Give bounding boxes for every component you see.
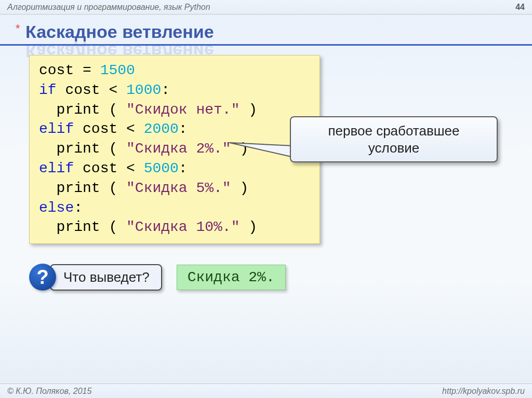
page-number: 44 [515, 3, 525, 12]
callout-line1: первое сработавшее [299, 122, 488, 140]
answer-box: Скидка 2%. [177, 265, 286, 290]
header-bar: Алгоритмизация и программирование, язык … [0, 0, 532, 15]
title-asterisk: * [16, 22, 20, 35]
question-mark-icon: ? [29, 264, 56, 291]
footer-url: http://kpolyakov.spb.ru [442, 387, 525, 396]
code-block: cost = 1500 if cost < 1000: print ( "Ски… [29, 55, 320, 244]
callout-line2: условие [299, 140, 488, 157]
content-area: cost = 1500 if cost < 1000: print ( "Ски… [0, 55, 532, 291]
footer-bar: © К.Ю. Поляков, 2015 http://kpolyakov.sp… [0, 383, 532, 398]
copyright: © К.Ю. Поляков, 2015 [7, 387, 91, 396]
course-title: Алгоритмизация и программирование, язык … [7, 3, 210, 12]
question-box: Что выведет? [50, 264, 162, 291]
callout-box: первое сработавшее условие [290, 116, 498, 162]
title-block: * Каскадное ветвление Каскадное ветвлени… [0, 15, 532, 46]
question-row: ? Что выведет? Скидка 2%. [29, 264, 503, 291]
slide-title: Каскадное ветвление Каскадное ветвление [25, 22, 214, 42]
